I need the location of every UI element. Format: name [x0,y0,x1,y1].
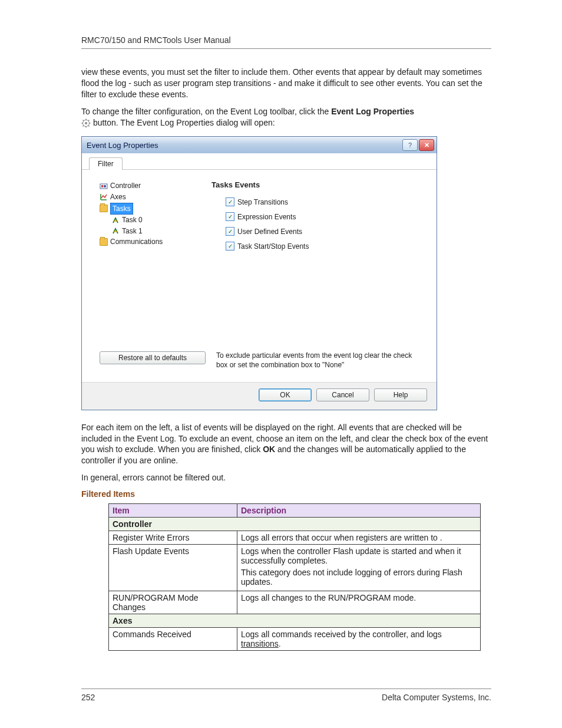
checkbox-label: Task Start/Stop Events [237,242,309,251]
svg-rect-11 [101,185,103,187]
desc-text-a: Logs all commands received by the contro… [241,630,442,639]
svg-line-7 [88,126,90,127]
group-label: Controller [109,518,481,531]
intro-paragraph-1: view these events, you must set the filt… [81,67,491,100]
checkbox-label: Expression Events [237,213,296,221]
p2-text-c: button. The Event Log Properties dialog … [93,118,275,127]
cell-desc: Logs when the controller Flash update is… [237,545,481,591]
tree-tasks[interactable]: Tasks [100,203,211,215]
cell-item: Flash Update Events [109,545,237,591]
category-tree[interactable]: Controller Axes Tasks Task 0 [100,180,211,345]
table-group-controller: Controller [109,518,481,531]
table-row: RUN/PROGRAM Mode Changes Logs all change… [109,591,481,614]
checkbox-user-defined-events[interactable]: ✓ User Defined Events [226,227,425,236]
checkmark-icon: ✓ [226,212,234,221]
svg-point-1 [85,122,87,124]
cell-item: Register Write Errors [109,531,237,545]
checkbox-task-startstop-events[interactable]: ✓ Task Start/Stop Events [226,242,425,251]
event-log-properties-dialog: Event Log Properties ? ✕ Filter Controll… [81,136,437,410]
tree-axes[interactable]: Axes [100,192,211,203]
task-icon [111,227,120,235]
header-rule [81,48,491,49]
dialog-button-row: OK Cancel Help [82,382,437,410]
folder-open-icon [100,205,108,213]
help-button[interactable]: Help [374,388,427,401]
tree-communications[interactable]: Communications [100,236,211,248]
help-button-icon[interactable]: ? [402,139,418,151]
cell-item: Commands Received [109,628,237,651]
dialog-title: Event Log Properties [87,141,401,150]
tab-filter[interactable]: Filter [89,157,123,170]
tree-comm-label: Communications [110,236,163,248]
p2-bold: Event Log Properties [331,107,414,116]
cell-desc: Logs all commands received by the contro… [237,628,481,651]
task-icon [111,216,120,225]
page-header: RMC70/150 and RMCTools User Manual [81,35,491,45]
checkbox-expression-events[interactable]: ✓ Expression Events [226,212,425,221]
svg-line-8 [88,120,90,121]
close-icon[interactable]: ✕ [419,139,434,151]
tree-task1-label: Task 1 [122,226,143,237]
folder-icon [100,238,108,246]
svg-rect-12 [104,185,106,187]
tree-tasks-label: Tasks [110,203,133,215]
cancel-button[interactable]: Cancel [316,388,369,401]
filtered-items-table: Item Description Controller Register Wri… [108,503,481,651]
event-options-pane: Tasks Events ✓ Step Transitions ✓ Expres… [211,180,425,345]
table-row: Register Write Errors Logs all errors th… [109,531,481,545]
checkmark-icon: ✓ [226,197,234,206]
dialog-titlebar: Event Log Properties ? ✕ [82,137,437,153]
checkbox-label: User Defined Events [237,228,302,236]
tree-task1[interactable]: Task 1 [111,226,211,237]
page-number: 252 [81,693,95,702]
desc-line: Logs when the controller Flash update is… [241,546,477,565]
checkbox-label: Step Transitions [237,198,288,206]
group-label: Axes [109,614,481,628]
link-transitions[interactable]: transitions [241,639,279,648]
intro-paragraph-2: To change the filter configuration, on t… [81,106,491,129]
desc-text-c: . [279,639,281,648]
p2-text-a: To change the filter configuration, on t… [81,107,331,116]
table-header-item: Item [109,504,237,518]
controller-icon [100,182,108,190]
tree-axes-label: Axes [110,192,126,203]
svg-line-6 [83,120,84,121]
page-footer: 252 Delta Computer Systems, Inc. [81,689,491,702]
axes-icon [100,193,108,201]
cell-desc: Logs all errors that occur when register… [237,531,481,545]
table-row: Flash Update Events Logs when the contro… [109,545,481,591]
pane-heading: Tasks Events [211,180,425,189]
tree-task0-label: Task 0 [122,215,143,226]
footer-company: Delta Computer Systems, Inc. [382,693,491,702]
post-dialog-paragraph: For each item on the left, a list of eve… [81,422,491,467]
hint-text: To exclude particular events from the ev… [216,351,425,370]
table-row: Commands Received Logs all commands rece… [109,628,481,651]
tree-controller-label: Controller [110,180,141,192]
table-header-desc: Description [237,504,481,518]
errors-note: In general, errors cannot be filtered ou… [81,472,491,483]
cell-item: RUN/PROGRAM Mode Changes [109,591,237,614]
restore-defaults-button[interactable]: Restore all to defaults [100,351,206,364]
tree-task0[interactable]: Task 0 [111,215,211,226]
cell-desc: Logs all changes to the RUN/PROGRAM mode… [237,591,481,614]
tab-strip: Filter [82,153,437,170]
checkmark-icon: ✓ [226,242,234,251]
svg-line-9 [83,126,84,127]
footer-rule [81,689,491,689]
desc-line: This category does not include logging o… [241,568,477,587]
checkmark-icon: ✓ [226,227,234,236]
checkbox-step-transitions[interactable]: ✓ Step Transitions [226,197,425,206]
tree-controller[interactable]: Controller [100,180,211,192]
table-group-axes: Axes [109,614,481,628]
p3-bold: OK [263,444,275,454]
gear-icon [81,118,91,128]
ok-button[interactable]: OK [259,388,312,401]
filtered-items-heading: Filtered Items [81,489,491,499]
